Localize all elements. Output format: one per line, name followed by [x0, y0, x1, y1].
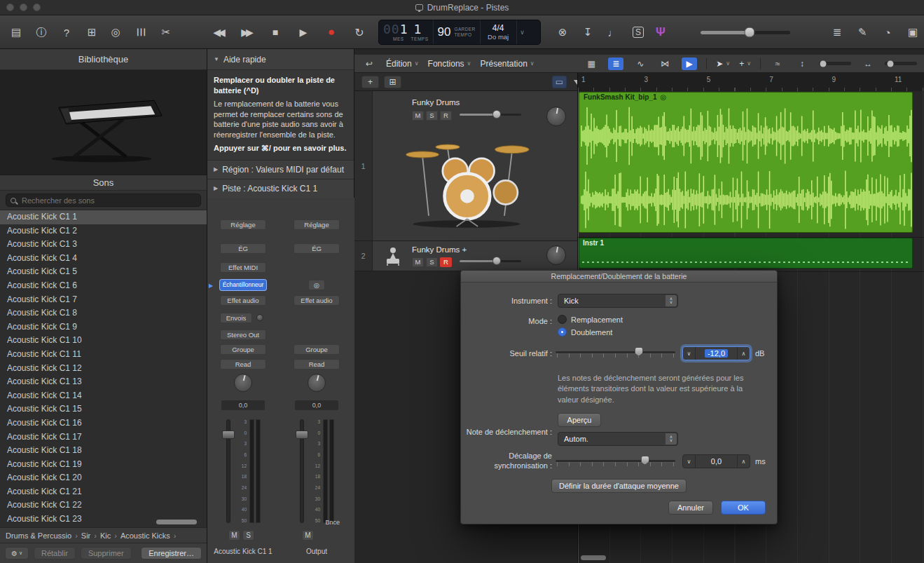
list-editors-button[interactable]: ≣ [827, 22, 848, 42]
close-button[interactable] [6, 4, 14, 11]
list-item[interactable]: Acoustic Kick C1 20 [0, 471, 207, 485]
quick-help-button[interactable]: ? [56, 22, 77, 42]
menu-presentation[interactable]: Présentation∨ [480, 59, 534, 69]
delete-button[interactable]: Supprimer [81, 547, 132, 559]
list-item[interactable]: Acoustic Kick C1 16 [0, 416, 207, 430]
automation-button[interactable]: ∿ [633, 57, 648, 70]
track-pan-knob[interactable] [546, 245, 566, 265]
track-name[interactable]: Funky Drums [412, 98, 460, 107]
media-browser-button[interactable]: ▣ [902, 22, 923, 42]
mode-radio-doublement[interactable]: Doublement [558, 327, 612, 337]
list-item[interactable]: Acoustic Kick C1 15 [0, 402, 207, 416]
pan-knob[interactable] [308, 374, 326, 392]
mute-button[interactable]: M [302, 530, 314, 541]
list-item[interactable]: Acoustic Kick C1 17 [0, 430, 207, 445]
increment-button[interactable]: ∧ [737, 455, 750, 468]
list-item[interactable]: Acoustic Kick C1 6 [0, 279, 207, 293]
metronome-button[interactable]: ♩ [602, 22, 623, 42]
loop-browser-button[interactable]: ◔ [877, 22, 898, 42]
eq-slot[interactable]: ÉG [294, 243, 340, 254]
search-input[interactable] [6, 194, 201, 207]
command-click-tool-menu[interactable]: +∨ [739, 59, 751, 69]
pan-value[interactable]: 0,0 [295, 400, 338, 410]
threshold-slider[interactable] [554, 346, 677, 359]
list-item[interactable]: Acoustic Kick C1 18 [0, 444, 207, 458]
decrement-button[interactable]: ∨ [683, 455, 696, 468]
preview-button[interactable]: Aperçu [558, 413, 601, 427]
autopunch-button[interactable]: ↧ [577, 22, 598, 42]
snap-grid-button[interactable]: ▦ [584, 57, 599, 70]
menu-edition[interactable]: Édition∨ [386, 59, 419, 69]
list-item[interactable]: Acoustic Kick C1 19 [0, 458, 207, 472]
list-item[interactable]: Acoustic Kick C1 11 [0, 348, 207, 362]
volume-thumb[interactable] [745, 27, 755, 38]
duplicate-track-button[interactable]: ⊞ [384, 76, 401, 88]
inspector-button[interactable]: ⓘ [31, 22, 52, 42]
increment-button[interactable]: ∧ [737, 347, 750, 360]
setting-slot[interactable]: Réglage [220, 219, 266, 230]
waveform-zoom-button[interactable]: ≈ [770, 57, 785, 70]
note-pads-button[interactable]: ✎ [852, 22, 873, 42]
master-volume-slider[interactable] [701, 31, 790, 34]
horizontal-zoom-icon-button[interactable]: ↔ [860, 57, 876, 70]
rewind-button[interactable]: ◀◀ [207, 22, 231, 42]
decrement-button[interactable]: ∨ [683, 347, 696, 360]
output-slot[interactable]: Stereo Out [220, 330, 266, 340]
record-button[interactable]: ● [319, 22, 343, 42]
ruler[interactable]: 1357911 [577, 73, 924, 91]
track-volume-slider[interactable] [460, 109, 521, 119]
list-item[interactable]: Acoustic Kick C1 1 [0, 210, 207, 224]
list-item[interactable]: Acoustic Kick C1 8 [0, 306, 207, 320]
smart-controls-button[interactable]: ◎ [105, 22, 126, 42]
threshold-value-field[interactable]: -12,0 [696, 348, 736, 358]
audio-fx-slot[interactable]: Effet audio [220, 295, 266, 306]
mute-button[interactable]: M [412, 257, 424, 267]
horizontal-scrollbar[interactable] [581, 555, 606, 560]
list-item[interactable]: Acoustic Kick C1 13 [0, 375, 207, 389]
library-hscrollbar[interactable] [156, 520, 197, 524]
group-slot[interactable]: Groupe [220, 344, 266, 355]
play-button[interactable]: ▶ [291, 22, 315, 42]
record-enable-button[interactable]: R [440, 111, 452, 121]
track-pan-knob[interactable] [546, 107, 566, 126]
track-inspector-header[interactable]: ▶ Piste : Acoustic Kick C1 1 [207, 179, 354, 198]
pan-knob[interactable] [234, 374, 252, 392]
cycle-button[interactable]: ↻ [347, 22, 371, 42]
lcd-display[interactable]: 0011 MES TEMPS 90 GARDER TEMPO 4/4 Do ma… [378, 20, 541, 45]
eq-slot[interactable]: ÉG [220, 243, 266, 254]
slider-thumb[interactable] [492, 110, 501, 118]
catch-back-button[interactable]: ↩ [361, 57, 377, 70]
list-item[interactable]: Acoustic Kick C1 22 [0, 498, 207, 513]
audio-fx-slot[interactable]: Effet audio [294, 295, 340, 306]
vertical-zoom-slider[interactable] [819, 62, 851, 65]
library-action-menu[interactable]: ⚙ ∨ [5, 547, 29, 559]
list-item[interactable]: Acoustic Kick C1 2 [0, 224, 207, 238]
send-knob[interactable] [256, 314, 263, 321]
slider-thumb[interactable] [492, 257, 501, 265]
revert-button[interactable]: Rétablir [34, 547, 76, 559]
breadcrumb-item[interactable]: Kic [100, 531, 111, 540]
add-track-button[interactable]: + [361, 76, 379, 88]
list-item[interactable]: Acoustic Kick C1 14 [0, 389, 207, 403]
list-item[interactable]: Acoustic Kick C1 4 [0, 252, 207, 266]
horizontal-zoom-slider[interactable] [885, 62, 917, 65]
list-item[interactable]: Acoustic Kick C1 12 [0, 362, 207, 376]
set-attack-time-button[interactable]: Définir la durée d'attaque moyenne [551, 479, 687, 493]
save-button[interactable]: Enregistrer… [141, 547, 202, 559]
quick-help-header[interactable]: ▼ Aide rapide [207, 49, 354, 70]
mute-button[interactable]: M [228, 530, 240, 541]
fader-cap[interactable] [296, 430, 308, 439]
midi-region[interactable]: Instr 1 [579, 238, 913, 269]
list-item[interactable]: Acoustic Kick C1 5 [0, 265, 207, 279]
channel-strip-name[interactable]: Output [282, 548, 352, 555]
solo-button[interactable]: S [426, 111, 438, 121]
lcd-menu-button[interactable]: ∨ [517, 20, 528, 44]
region-inspector-header[interactable]: ▶ Région : Valeurs MIDI par défaut [207, 161, 354, 179]
breadcrumb-item[interactable]: Drums & Percussio [6, 531, 71, 540]
list-item[interactable]: Acoustic Kick C1 3 [0, 238, 207, 252]
breadcrumb-item[interactable]: Sir [81, 531, 90, 540]
instrument-slot[interactable]: Échantillonneur [220, 280, 266, 290]
solo-button[interactable]: S [426, 257, 438, 267]
automation-mode-slot[interactable]: Read [220, 359, 266, 369]
bounce-button[interactable]: Bnce [310, 519, 340, 526]
